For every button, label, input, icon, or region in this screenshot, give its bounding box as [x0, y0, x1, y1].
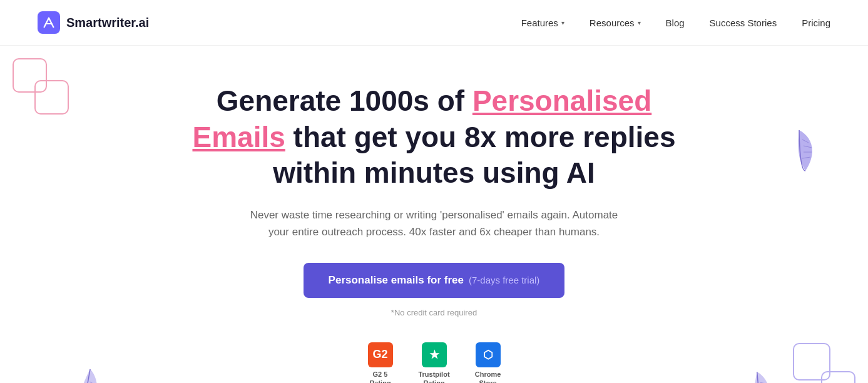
badge-trustpilot: ★ TrustpilotRating ★ ★ ★ ★ ★ 2022 [414, 342, 455, 383]
logo-text: Smartwriter.ai [66, 16, 149, 30]
hero-section: Generate 1000s of Personalised Emails th… [0, 46, 868, 383]
nav-link-resources[interactable]: Resources ▾ [590, 18, 641, 28]
nav-link-features[interactable]: Features ▾ [521, 18, 564, 28]
logo-icon [38, 11, 60, 34]
badge-g2: G2 G2 5Rating ★ ★ ★ ★ ★ 2022 [360, 342, 401, 383]
chrome-label: ChromeStore [475, 370, 501, 383]
trustpilot-label: TrustpilotRating [418, 370, 449, 383]
nav-item-success-stories[interactable]: Success Stories [710, 18, 777, 28]
nav-link-pricing[interactable]: Pricing [802, 18, 830, 28]
deco-feather-bottom-left [57, 362, 113, 383]
deco-feather-top-right [780, 127, 818, 180]
hero-title: Generate 1000s of Personalised Emails th… [184, 83, 685, 192]
chevron-down-icon: ▾ [638, 19, 641, 26]
chevron-down-icon: ▾ [561, 19, 564, 26]
nav-item-features[interactable]: Features ▾ [521, 18, 564, 28]
deco-bottom-right-squares [780, 343, 855, 383]
navbar: Smartwriter.ai Features ▾ Resources ▾ Bl… [0, 0, 868, 46]
nav-links: Features ▾ Resources ▾ Blog Success Stor… [521, 18, 830, 28]
nav-link-blog[interactable]: Blog [666, 18, 685, 28]
badge-chrome: ⬡ ChromeStore ★ ★ ★ ★ ★ 2022 [467, 342, 509, 383]
trial-text: (7-days free trial) [469, 275, 539, 285]
cta-button[interactable]: Personalise emails for free (7-days free… [304, 263, 565, 298]
deco-feather-bottom-right [737, 367, 783, 383]
g2-icon: G2 [368, 342, 393, 367]
deco-square-4 [821, 371, 855, 383]
logo[interactable]: Smartwriter.ai [38, 11, 149, 34]
trustpilot-icon: ★ [422, 342, 447, 367]
hero-subtitle: Never waste time researching or writing … [240, 207, 628, 240]
nav-item-resources[interactable]: Resources ▾ [590, 18, 641, 28]
deco-top-left-squares [13, 58, 75, 121]
nav-item-pricing[interactable]: Pricing [802, 18, 830, 28]
chrome-icon: ⬡ [476, 342, 501, 367]
nav-link-success-stories[interactable]: Success Stories [710, 18, 777, 28]
badges-section: G2 G2 5Rating ★ ★ ★ ★ ★ 2022 ★ Trustpilo… [360, 342, 509, 383]
cta-label: Personalise emails for free [329, 274, 464, 287]
g2-label: G2 5Rating [369, 370, 391, 383]
no-cc-text: *No credit card required [391, 308, 477, 317]
deco-square-2 [34, 80, 69, 115]
nav-item-blog[interactable]: Blog [666, 18, 685, 28]
